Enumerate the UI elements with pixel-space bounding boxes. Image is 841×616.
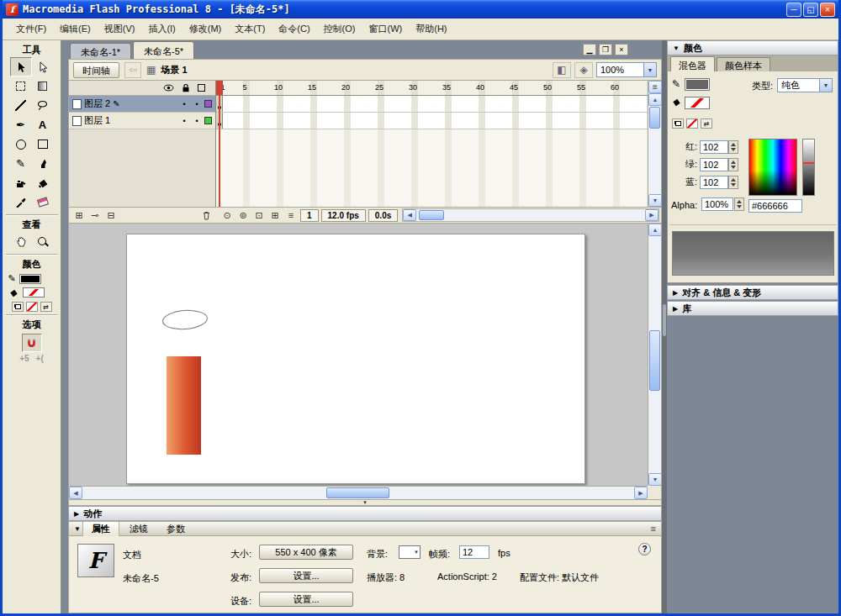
doc-restore-button[interactable]: ❐ — [599, 44, 612, 55]
spinner-up-icon[interactable] — [731, 143, 736, 146]
outline-column-icon[interactable] — [198, 84, 205, 92]
channel-value-input[interactable]: 102 — [700, 158, 728, 171]
scroll-left-icon[interactable]: ◀ — [69, 487, 82, 499]
edit-scene-icon[interactable]: ◧ — [553, 62, 571, 78]
spinner-up-icon[interactable] — [731, 178, 736, 182]
menu-item[interactable]: 帮助(H) — [409, 20, 453, 38]
scrollbar-track[interactable] — [648, 236, 661, 473]
stroke-color-swatch[interactable] — [685, 78, 710, 91]
fill-bucket-icon[interactable] — [671, 97, 682, 107]
eraser-tool[interactable] — [32, 192, 54, 212]
hex-color-input[interactable]: #666666 — [748, 199, 802, 213]
layer-lock-dot[interactable]: • — [192, 117, 202, 125]
tab-parameters[interactable]: 参数 — [158, 522, 193, 536]
tab-filters[interactable]: 滤镜 — [121, 522, 156, 536]
channel-value-input[interactable]: 102 — [700, 140, 728, 154]
scrollbar-track[interactable] — [648, 106, 661, 194]
smooth-option-icon[interactable]: +5 — [16, 352, 32, 365]
doc-minimize-button[interactable]: ▁ — [583, 44, 596, 55]
device-settings-button[interactable]: 设置... — [259, 592, 353, 607]
help-icon[interactable]: ? — [638, 543, 651, 555]
color-spectrum-picker[interactable] — [748, 139, 797, 196]
publish-settings-button[interactable]: 设置... — [259, 568, 353, 583]
scroll-right-icon[interactable]: ▶ — [645, 209, 659, 221]
text-tool[interactable]: A — [32, 115, 54, 134]
no-color-button[interactable] — [686, 118, 698, 129]
layer-visibility-dot[interactable]: • — [179, 100, 189, 108]
layer-visibility-dot[interactable]: • — [179, 117, 189, 125]
collapse-arrow-icon[interactable]: ▼ — [74, 525, 81, 533]
snap-to-objects-magnet-icon[interactable] — [22, 334, 42, 352]
eyedropper-tool[interactable] — [10, 192, 32, 212]
pen-tool[interactable]: ✒ — [10, 115, 32, 134]
chevron-down-icon[interactable]: ▼ — [819, 79, 832, 92]
expand-arrow-icon[interactable]: ▶ — [673, 289, 678, 297]
spinner-down-icon[interactable] — [731, 183, 736, 187]
spinner-up-icon[interactable] — [731, 161, 736, 164]
scroll-right-icon[interactable]: ▶ — [634, 487, 648, 499]
channel-spinner[interactable] — [728, 140, 738, 154]
stroke-pencil-icon[interactable]: ✎ — [672, 78, 680, 90]
chevron-down-icon[interactable]: ▼ — [643, 63, 656, 76]
default-colors-button[interactable] — [672, 118, 684, 129]
restore-button[interactable]: ◱ — [803, 3, 818, 17]
brush-tool[interactable] — [32, 154, 54, 173]
center-frame-icon[interactable]: ⊙ — [220, 209, 234, 222]
alpha-spinner[interactable] — [734, 197, 744, 211]
insert-layer-folder-icon[interactable]: ⊟ — [104, 209, 118, 222]
scroll-up-icon[interactable]: ▲ — [648, 224, 662, 236]
swap-colors-button[interactable]: ⇄ — [701, 118, 712, 129]
frames-empty-area[interactable] — [216, 129, 648, 207]
menu-item[interactable]: 编辑(E) — [53, 20, 98, 38]
layer-outline-color[interactable] — [204, 117, 212, 124]
edit-multiple-frames-icon[interactable]: ⊞ — [268, 209, 282, 222]
doc-close-button[interactable]: × — [615, 44, 628, 55]
ellipse-shape[interactable] — [161, 308, 208, 331]
frame-rate-readout[interactable]: 12.0 fps — [321, 209, 366, 222]
library-panel-header[interactable]: ▶ 库 — [667, 301, 838, 316]
free-transform-tool[interactable] — [10, 76, 32, 96]
expand-arrow-icon[interactable]: ▶ — [74, 510, 79, 518]
scroll-down-icon[interactable]: ▼ — [648, 473, 662, 486]
expand-arrow-icon[interactable]: ▶ — [673, 305, 678, 313]
layer-row[interactable]: 图层 1•• — [69, 113, 215, 129]
spinner-down-icon[interactable] — [731, 148, 736, 151]
edit-symbol-icon[interactable]: ◈ — [574, 62, 593, 78]
scroll-left-icon[interactable]: ◀ — [403, 209, 416, 221]
spinner-down-icon[interactable] — [731, 166, 736, 169]
modify-onion-markers-icon[interactable]: ≡ — [284, 209, 298, 222]
layer-outline-color[interactable] — [204, 100, 212, 108]
line-tool[interactable] — [10, 96, 32, 115]
no-color-button[interactable] — [26, 302, 38, 312]
scrollbar-thumb[interactable] — [649, 107, 660, 129]
swap-colors-button[interactable]: ⇄ — [40, 302, 52, 312]
hand-tool[interactable] — [10, 232, 32, 251]
brightness-strip[interactable] — [802, 139, 815, 196]
oval-tool[interactable] — [10, 134, 32, 154]
channel-spinner[interactable] — [728, 176, 738, 189]
menu-item[interactable]: 修改(M) — [182, 20, 229, 38]
panel-menu-icon[interactable]: ≡ — [651, 524, 656, 534]
lasso-tool[interactable] — [32, 96, 54, 115]
gradient-rectangle-shape[interactable] — [167, 356, 201, 455]
straighten-option-icon[interactable]: +( — [33, 352, 47, 365]
scrollbar-track[interactable] — [82, 487, 634, 499]
playhead-marker[interactable] — [216, 81, 223, 95]
scrollbar-track[interactable] — [416, 209, 645, 221]
timeline-toggle-button[interactable]: 时间轴 — [73, 62, 119, 78]
onion-skin-icon[interactable]: ⊚ — [236, 209, 250, 222]
gradient-transform-tool[interactable] — [32, 76, 54, 96]
channel-value-input[interactable]: 102 — [700, 176, 728, 189]
scroll-down-icon[interactable]: ▼ — [648, 194, 662, 207]
color-type-select[interactable]: 纯色 ▼ — [777, 78, 833, 92]
menu-item[interactable]: 插入(I) — [141, 20, 182, 38]
menu-item[interactable]: 视图(V) — [98, 20, 142, 38]
menu-item[interactable]: 窗口(W) — [362, 20, 410, 38]
eye-icon[interactable] — [163, 84, 174, 92]
pencil-tool[interactable]: ✎ — [10, 154, 32, 173]
scrollbar-thumb[interactable] — [649, 330, 660, 391]
framerate-input[interactable]: 12 — [459, 545, 489, 559]
timeline-zoom-select[interactable]: 100% ▼ — [596, 62, 657, 77]
scrollbar-thumb[interactable] — [419, 210, 444, 220]
layer-frames-row[interactable] — [216, 96, 648, 113]
